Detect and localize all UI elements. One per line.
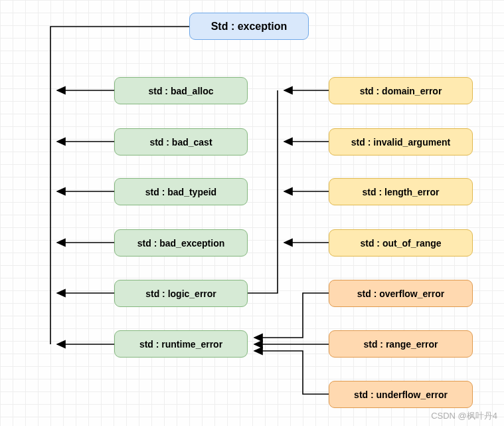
node-underflow-error: std : underflow_error [329, 381, 473, 408]
node-logic-error: std : logic_error [114, 280, 248, 307]
node-invalid-argument: std : invalid_argument [329, 128, 473, 156]
node-range-error: std : range_error [329, 330, 473, 358]
node-length-error: std : length_error [329, 178, 473, 205]
diagram-connectors [0, 0, 504, 426]
node-bad-typeid: std : bad_typeid [114, 178, 248, 205]
node-domain-error: std : domain_error [329, 77, 473, 104]
watermark: CSDN @枫叶丹4 [431, 410, 497, 422]
node-bad-cast: std : bad_cast [114, 128, 248, 156]
node-bad-exception: std : bad_exception [114, 229, 248, 257]
node-bad-alloc: std : bad_alloc [114, 77, 248, 104]
node-out-of-range: std : out_of_range [329, 229, 473, 257]
node-overflow-error: std : overflow_error [329, 280, 473, 307]
node-std-exception: Std : exception [189, 13, 309, 40]
node-runtime-error: std : runtime_error [114, 330, 248, 358]
